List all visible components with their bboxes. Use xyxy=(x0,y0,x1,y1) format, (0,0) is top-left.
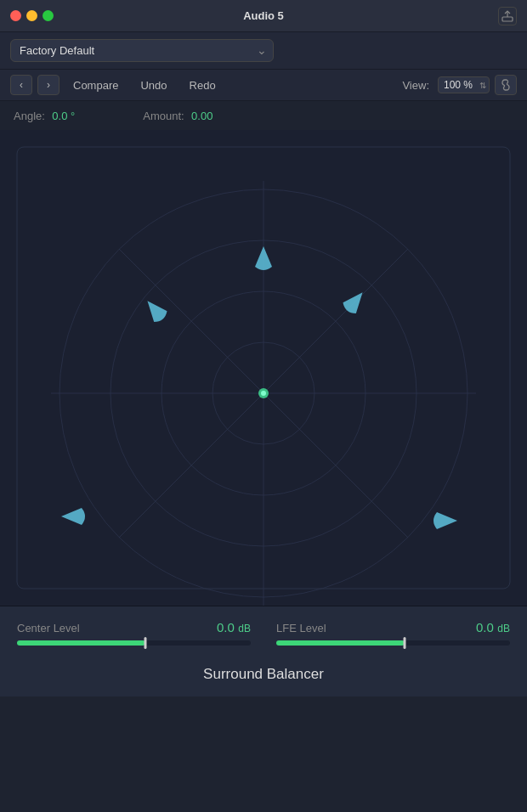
window-title: Audio 5 xyxy=(243,9,284,22)
center-level-fill xyxy=(17,640,145,646)
amount-param: Amount: 0.00 xyxy=(143,108,212,123)
compare-button[interactable]: Compare xyxy=(65,76,127,94)
svg-rect-0 xyxy=(502,17,513,21)
toolbar: ‹ › Compare Undo Redo View: 100 % xyxy=(0,70,527,101)
fullscreen-button[interactable] xyxy=(42,10,54,21)
lfe-level-group: LFE Level 0.0 dB xyxy=(276,620,510,646)
levels-row: Center Level 0.0 dB LFE Level 0.0 dB xyxy=(17,620,510,646)
center-level-label: Center Level xyxy=(17,622,80,634)
params-row: Angle: 0.0 ° Amount: 0.00 xyxy=(0,101,527,130)
view-select[interactable]: 100 % xyxy=(438,76,490,93)
minimize-button[interactable] xyxy=(26,10,37,21)
lfe-level-thumb xyxy=(404,637,406,649)
lfe-level-unit: dB xyxy=(497,623,510,634)
app-name: Surround Balancer xyxy=(17,656,510,690)
back-button[interactable]: ‹ xyxy=(10,75,32,95)
undo-button[interactable]: Undo xyxy=(132,76,175,94)
preset-bar: Factory Default xyxy=(0,32,527,70)
angle-label: Angle: xyxy=(14,110,45,122)
close-button[interactable] xyxy=(10,10,21,21)
center-level-group: Center Level 0.0 dB xyxy=(17,620,251,646)
lfe-level-slider[interactable] xyxy=(276,640,510,646)
center-level-thumb xyxy=(144,637,147,649)
center-level-slider[interactable] xyxy=(17,640,251,646)
redo-button[interactable]: Redo xyxy=(181,76,224,94)
angle-param: Angle: 0.0 ° xyxy=(14,108,75,123)
center-level-unit: dB xyxy=(238,623,251,634)
lfe-level-label: LFE Level xyxy=(276,622,326,634)
lfe-level-value: 0.0 xyxy=(476,620,494,634)
view-select-wrapper: 100 % xyxy=(438,76,490,93)
export-button[interactable] xyxy=(498,7,517,25)
svg-point-13 xyxy=(261,391,266,396)
center-level-value: 0.0 xyxy=(217,620,235,634)
view-label: View: xyxy=(402,79,429,92)
polar-grid xyxy=(0,130,527,606)
preset-wrapper: Factory Default xyxy=(10,39,274,62)
traffic-lights xyxy=(10,10,54,21)
title-bar: Audio 5 xyxy=(0,0,527,32)
forward-button[interactable]: › xyxy=(37,75,60,95)
polar-display[interactable] xyxy=(0,130,527,606)
lfe-level-fill xyxy=(276,640,405,646)
lfe-level-header: LFE Level 0.0 dB xyxy=(276,620,510,635)
preset-select[interactable]: Factory Default xyxy=(10,39,274,62)
amount-label: Amount: xyxy=(143,110,184,122)
bottom-panel: Center Level 0.0 dB LFE Level 0.0 dB xyxy=(0,606,527,696)
link-button[interactable] xyxy=(495,75,517,95)
center-level-header: Center Level 0.0 dB xyxy=(17,620,251,635)
amount-value: 0.00 xyxy=(191,110,212,122)
angle-value: 0.0 ° xyxy=(52,110,75,122)
